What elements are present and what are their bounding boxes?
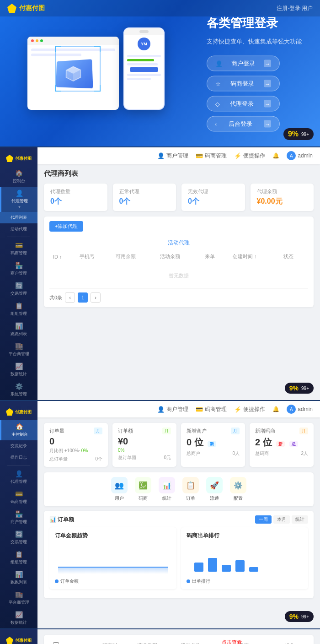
stats-row-1: 代理数量 0个 正常代理 0个 无效代理 0个 代理余额 ¥0.00元 [44,184,314,211]
nav-merchant-1[interactable]: 👤 商户管理 [157,152,188,160]
run-icon-1: 📊 [15,322,23,330]
sidebar-logo-1: 付惠付图 [6,151,32,167]
users-action-icon: 👥 [111,477,128,493]
sidebar-label-run-1: 跑跑列表 [11,331,27,337]
qrcode-action-icon: 💹 [135,477,151,493]
sidebar-item-platform-1[interactable]: 🏬 平台商管理 [0,340,37,360]
browser-dot-green [40,39,43,42]
nav-bell-1[interactable]: 🔔 [272,152,279,159]
sidebar-item-platform-2[interactable]: 🏬 平台商管理 [0,588,37,608]
section1-badge: 9% 99+ [285,383,314,394]
sidebar-item-run-2[interactable]: 📊 跑跑列表 [0,568,37,588]
qrcode-value: 2 位 新 总 [255,436,308,449]
nav-merchant-2[interactable]: 👤 商户管理 [157,406,188,413]
quick-action-qrcode[interactable]: 💹 码商 [135,477,151,502]
sidebar-item-activeagent-1[interactable]: 活动代理 [0,223,37,235]
sidebar-2: 付惠付图 🏠 主控制台 交流记录 操作日志 👤 代理管理 💳 码商管理 [0,401,37,628]
quick-action-order[interactable]: 📋 订单 [182,477,199,502]
qrcode-login-button[interactable]: ☆ 码商登录 → [207,76,280,92]
table-row: 暂无数据 [49,263,308,289]
stat-value-inactive: 0个 [188,197,239,206]
nav-quick-icon-1: ⚡ [234,152,241,159]
chart-tab-all[interactable]: 统计 [292,515,308,524]
nav-bell-2[interactable]: 🔔 [272,406,279,412]
select-all-checkbox[interactable] [53,642,59,644]
sidebar-item-user-2[interactable]: 🏪 商户管理 [0,508,37,528]
nav-quick-1[interactable]: ⚡ 便捷操作 [234,152,265,160]
hero-topbar: 付惠付图 注册·登录·用户 [0,0,320,16]
nav-admin-1[interactable]: A admin [287,151,313,160]
bell-icon-2: 🔔 [272,406,279,412]
nav-admin-2[interactable]: A admin [287,405,313,414]
legend-order-amount: 订单金额 [55,578,79,584]
nav-qrcode-1[interactable]: 💳 码商管理 [196,152,227,160]
qrcode-new-tag: 新 [276,441,285,447]
chart-tab-month[interactable]: 本月 [273,515,290,524]
th-available: 可用余额 [112,250,156,263]
merchant-login-button[interactable]: 👤 商户登录 → [207,56,280,71]
svg-rect-5 [222,565,231,572]
sidebar-item-group-2[interactable]: 📋 组组管理 [0,548,37,568]
merchant-tag: 月 [231,428,240,434]
prev-page-1[interactable]: ‹ [65,292,75,303]
sidebar-item-merchant-2[interactable]: 💳 码商管理 [0,487,37,508]
browser-titlebar [27,37,119,45]
nav-merchant-icon-2: 👤 [157,406,165,413]
logo-text: 付惠付图 [19,4,45,12]
sidebar-item-agent-1[interactable]: 👤 代理管理 ▼ [0,187,37,212]
add-agent-button[interactable]: +添加代理 [49,221,83,232]
sidebar-item-trade-2[interactable]: 🔄 交易管理 [0,528,37,548]
merchant-value: 0 位 新 [187,436,240,449]
svg-rect-7 [249,567,258,572]
hero-nav-text: 注册·登录·用户 [277,5,313,12]
sidebar-item-dashboard-1[interactable]: 🏠 控制台 [0,167,37,187]
sidebar-item-trade-1[interactable]: 🔄 交易管理 [0,279,37,299]
sidebar-item-run-1[interactable]: 📊 跑跑列表 [0,319,37,340]
sidebar-item-group-1[interactable]: 📋 组组管理 [0,299,37,319]
quick-action-config[interactable]: ⚙️ 配置 [230,477,246,502]
sidebar-label-system-1: 系统管理 [11,391,27,397]
quick-action-flow[interactable]: 🚀 流通 [206,477,223,502]
merchant-footer: 总商户 0人 [187,450,240,457]
sidebar-label-platform-2: 平台商管理 [9,600,29,606]
nav-quick-label-1: 便捷操作 [243,152,265,160]
channel-table: ID 码商时 通道类型 通道名称 状态 操作 [49,639,308,644]
sidebar-item-user-1[interactable]: 🏪 商户管理 [0,259,37,279]
rank-chart-svg [187,540,303,574]
dashboard-icon-1: 🏠 [15,169,23,177]
nav-qrcode-2[interactable]: 💳 码商管理 [196,406,227,413]
merchant-login-label: 商户登录 [231,60,255,68]
agent-login-button[interactable]: ◇ 代理登录 → [207,96,280,112]
empty-row: 暂无数据 [49,263,308,289]
chart-order-legend: 订单金额 [55,578,171,584]
chart-rank-title: 码商出单排行 [187,532,303,540]
nav-merchant-label-1: 商户管理 [166,152,188,160]
sidebar-label-stats-1: 数据统计 [11,371,27,377]
chart-tab-week[interactable]: 一周 [255,515,272,524]
users-action-label: 用户 [115,495,124,502]
hero-logo: 付惠付图 [7,4,45,13]
next-page-1[interactable]: › [91,292,101,303]
sidebar-item-stats-2[interactable]: 📈 数据统计 [0,608,37,628]
active-agent-link[interactable]: 活动代理 [49,235,308,250]
sidebar-item-dashboard-2[interactable]: 🏠 主控制台 [0,420,37,440]
sidebar-item-agentlist-1[interactable]: 代理列表 [0,212,37,223]
page-1-btn[interactable]: 1 [78,292,88,303]
sidebar-item-system-1[interactable]: ⚙️ 系统管理 [0,380,37,400]
sidebar-item-merchant-1[interactable]: 💳 码商管理 [0,239,37,259]
sidebar-item-agent-2[interactable]: 👤 代理管理 [0,467,37,487]
phone-content [124,53,164,84]
badge-count-1: 99+ [301,386,309,391]
nav-quick-2[interactable]: ⚡ 便捷操作 [234,406,265,413]
sidebar-item-txlog-2[interactable]: 交流记录 [0,440,37,452]
sidebar-logo-text-1: 付惠付图 [15,156,32,162]
sidebar-item-oplog-2[interactable]: 操作日志 [0,452,37,463]
sidebar-item-stats-1[interactable]: 📈 数据统计 [0,360,37,380]
total-count-1: 共0条 [49,294,62,301]
group-icon-1: 📋 [15,302,23,309]
backend-login-button[interactable]: ▫ 后台登录 → [207,116,280,132]
quick-action-stats[interactable]: 📊 统计 [159,477,175,502]
quick-action-users[interactable]: 👥 用户 [111,477,128,502]
phone-avatar: YM [138,38,150,50]
flow-action-label: 流通 [210,495,219,502]
